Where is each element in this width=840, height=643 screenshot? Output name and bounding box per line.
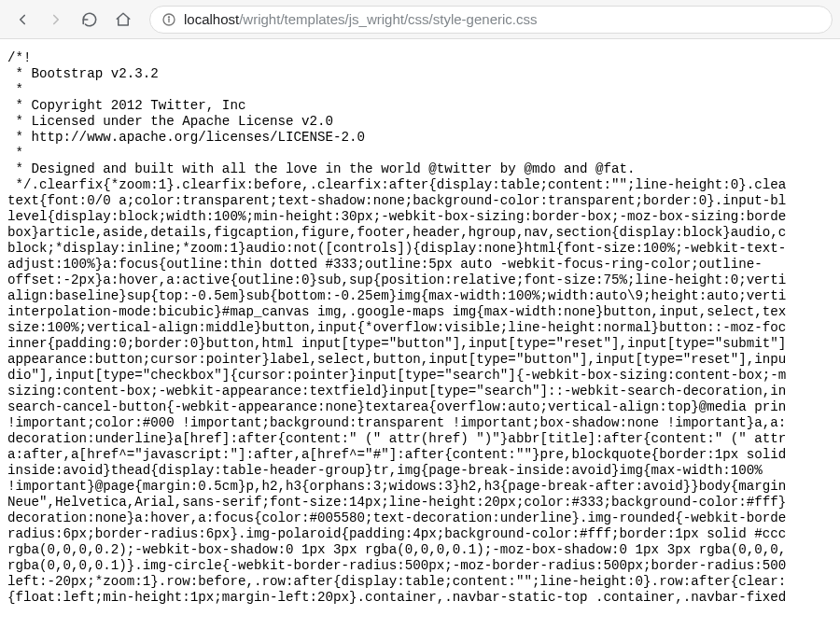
reload-icon (81, 11, 98, 28)
home-button[interactable] (108, 5, 138, 35)
back-button[interactable] (7, 5, 37, 35)
url-host: localhost (184, 11, 239, 27)
arrow-right-icon (48, 11, 64, 28)
forward-button[interactable] (41, 5, 71, 35)
site-info-icon[interactable] (161, 12, 176, 27)
reload-button[interactable] (75, 5, 105, 35)
browser-toolbar: localhost/wright/templates/js_wright/css… (0, 0, 840, 39)
url-path: /wright/templates/js_wright/css/style-ge… (239, 11, 537, 27)
home-icon (115, 11, 132, 28)
address-bar[interactable]: localhost/wright/templates/js_wright/css… (149, 6, 833, 34)
arrow-left-icon (14, 11, 31, 28)
url-text: localhost/wright/templates/js_wright/css… (184, 11, 537, 27)
css-file-content: /*! * Bootstrap v2.3.2 * * Copyright 201… (0, 39, 840, 613)
svg-point-2 (168, 16, 169, 17)
